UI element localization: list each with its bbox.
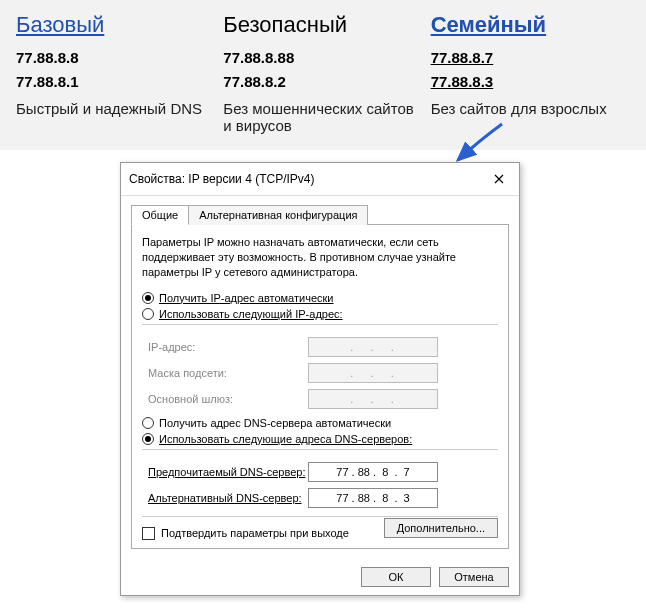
dns-title-family[interactable]: Семейный <box>431 12 630 38</box>
radio-dns-auto[interactable] <box>142 417 154 429</box>
dialog-title: Свойства: IP версии 4 (TCP/IPv4) <box>129 172 487 186</box>
dns-alternate-label: Альтернативный DNS-сервер: <box>148 492 308 504</box>
radio-ip-manual-label: Использовать следующий IP-адрес: <box>159 308 343 320</box>
tab-alternate[interactable]: Альтернативная конфигурация <box>188 205 368 225</box>
confirm-label: Подтвердить параметры при выходе <box>161 527 349 539</box>
dns-ip2: 77.88.8.3 <box>431 70 630 94</box>
dns-mode-banner: Базовый 77.88.8.8 77.88.8.1 Быстрый и на… <box>0 0 646 150</box>
dns-title-safe[interactable]: Безопасный <box>223 12 422 38</box>
radio-dns-manual-row[interactable]: Использовать следующие адреса DNS-сервер… <box>142 433 498 445</box>
subnet-mask-input <box>308 363 438 383</box>
dns-desc: Без мошеннических сайтов и вирусов <box>223 100 422 134</box>
advanced-button[interactable]: Дополнительно... <box>384 518 498 538</box>
radio-ip-auto-label: Получить IP-адрес автоматически <box>159 292 333 304</box>
dns-alternate-input[interactable] <box>308 488 438 508</box>
close-icon <box>494 174 504 184</box>
explain-text: Параметры IP можно назначать автоматичес… <box>142 235 498 280</box>
dns-ip2: 77.88.8.2 <box>223 70 422 94</box>
radio-ip-manual-row[interactable]: Использовать следующий IP-адрес: <box>142 308 498 320</box>
tab-general[interactable]: Общие <box>131 205 189 225</box>
dns-preferred-label: Предпочитаемый DNS-сервер: <box>148 466 308 478</box>
gateway-label: Основной шлюз: <box>148 393 308 405</box>
dns-desc: Быстрый и надежный DNS <box>16 100 215 117</box>
ipv4-properties-dialog: Свойства: IP версии 4 (TCP/IPv4) Общие А… <box>120 162 520 596</box>
dns-ip1: 77.88.8.7 <box>431 46 630 70</box>
radio-ip-auto-row[interactable]: Получить IP-адрес автоматически <box>142 292 498 304</box>
titlebar: Свойства: IP версии 4 (TCP/IPv4) <box>121 163 519 196</box>
cancel-button[interactable]: Отмена <box>439 567 509 587</box>
ok-button[interactable]: ОК <box>361 567 431 587</box>
ip-address-input <box>308 337 438 357</box>
confirm-checkbox[interactable] <box>142 527 155 540</box>
radio-ip-manual[interactable] <box>142 308 154 320</box>
tab-content-general: Параметры IP можно назначать автоматичес… <box>131 225 509 549</box>
radio-dns-manual-label: Использовать следующие адреса DNS-сервер… <box>159 433 412 445</box>
gateway-input <box>308 389 438 409</box>
close-button[interactable] <box>487 169 511 189</box>
dns-preferred-input[interactable] <box>308 462 438 482</box>
ip-address-label: IP-адрес: <box>148 341 308 353</box>
radio-ip-auto[interactable] <box>142 292 154 304</box>
radio-dns-auto-row[interactable]: Получить адрес DNS-сервера автоматически <box>142 417 498 429</box>
subnet-mask-label: Маска подсети: <box>148 367 308 379</box>
dialog-footer: ОК Отмена <box>121 559 519 595</box>
ip-fields-group: IP-адрес: Маска подсети: Основной шлюз: <box>142 324 498 409</box>
divider <box>142 516 498 517</box>
tabs: Общие Альтернативная конфигурация <box>131 204 509 225</box>
dns-title-basic[interactable]: Базовый <box>16 12 215 38</box>
dns-col-family[interactable]: Семейный 77.88.8.7 77.88.8.3 Без сайтов … <box>431 12 630 134</box>
dns-desc: Без сайтов для взрослых <box>431 100 630 117</box>
radio-dns-manual[interactable] <box>142 433 154 445</box>
radio-dns-auto-label: Получить адрес DNS-сервера автоматически <box>159 417 391 429</box>
dns-ip1: 77.88.8.8 <box>16 46 215 70</box>
dns-col-basic[interactable]: Базовый 77.88.8.8 77.88.8.1 Быстрый и на… <box>16 12 215 134</box>
dns-ip2: 77.88.8.1 <box>16 70 215 94</box>
dns-col-safe[interactable]: Безопасный 77.88.8.88 77.88.8.2 Без моше… <box>223 12 422 134</box>
dns-ip1: 77.88.8.88 <box>223 46 422 70</box>
dns-fields-group: Предпочитаемый DNS-сервер: Альтернативны… <box>142 449 498 508</box>
